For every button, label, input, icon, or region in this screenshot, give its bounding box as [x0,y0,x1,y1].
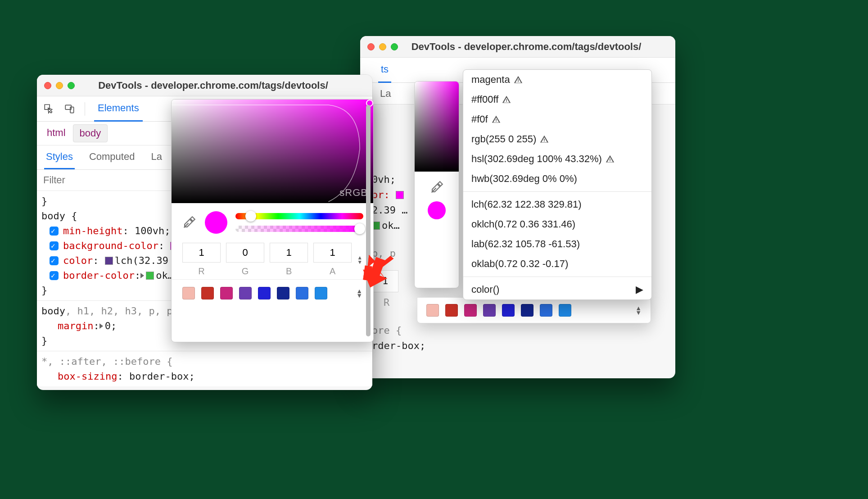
palette-chip[interactable] [258,287,271,299]
current-color-swatch [205,211,227,234]
channel-a-input[interactable] [313,243,352,263]
layout-tab-back[interactable]: La [378,82,393,105]
current-color-swatch [428,201,446,219]
picker-controls-row [172,203,373,238]
selector[interactable]: body [41,210,65,222]
color-space-label: sRGB [339,187,368,199]
css-value[interactable]: border-box [129,371,189,382]
titlebar-back: DevTools - developer.chrome.com/tags/dev… [360,36,675,58]
css-value[interactable]: lch(32.39 … [115,255,181,266]
palette-back: ▲▼ [417,297,651,323]
css-property[interactable]: box-sizing [58,371,117,382]
property-toggle-checkbox[interactable] [50,227,59,236]
menu-item-hex6[interactable]: #ff00ff [463,90,651,109]
css-value[interactable]: 100vh [135,225,164,236]
menu-item-oklab[interactable]: oklab(0.72 0.32 -0.17) [463,254,651,274]
code-frag: ore { [372,323,453,338]
menu-item-oklch[interactable]: oklch(0.72 0.36 331.46) [463,214,651,234]
selector[interactable]: *, ::after, ::before { [41,354,368,369]
menu-item-magenta[interactable]: magenta [463,70,651,90]
palette-chip[interactable] [201,287,214,299]
palette-chip[interactable] [426,304,439,317]
hue-slider[interactable] [235,213,363,219]
css-value[interactable]: 0 [105,320,111,331]
eyedropper-icon[interactable] [181,215,197,230]
annotation-arrow-icon [356,251,396,294]
palette-chip[interactable] [220,287,233,299]
palette-chip[interactable] [315,287,327,299]
channel-r-label: R [182,266,221,277]
window-title: DevTools - developer.chrome.com/tags/dev… [79,80,365,91]
palette-chip[interactable] [521,304,533,317]
code-frag: rder-box; [372,338,453,354]
expand-icon[interactable] [140,273,144,278]
css-property[interactable]: background-color [63,240,158,251]
palette-cycle-button[interactable]: ▲▼ [635,306,642,315]
spectrum[interactable]: sRGB [172,100,373,203]
spectrum-back[interactable] [415,82,459,172]
slider-thumb[interactable] [354,223,365,234]
expand-icon[interactable] [99,323,103,329]
channel-r-input[interactable] [182,243,221,263]
palette-chip[interactable] [502,304,515,317]
palette-chip[interactable] [239,287,252,299]
close-window-button[interactable] [367,43,375,50]
close-window-button[interactable] [44,82,51,89]
channel-g-input[interactable] [226,243,264,263]
selector-list[interactable]: , h1, h2, h3, p, p [65,305,172,317]
menu-item-lab[interactable]: lab(62.32 105.78 -61.53) [463,234,651,254]
palette-chip[interactable] [483,304,496,317]
palette-chip[interactable] [540,304,552,317]
window-title: DevTools - developer.chrome.com/tags/dev… [402,41,668,53]
color-swatch-icon[interactable] [146,272,154,280]
color-swatch-icon[interactable] [396,191,404,199]
minimize-window-button[interactable] [379,43,386,50]
slider-thumb[interactable] [245,211,256,222]
css-property[interactable]: color [63,255,93,266]
tab-computed[interactable]: Computed [87,145,137,169]
palette-chip[interactable] [445,304,458,317]
elements-tab[interactable]: Elements [94,96,143,122]
menu-item-colorfn[interactable]: color()▶ [463,280,651,299]
css-property[interactable]: margin [58,320,93,331]
tab-layout[interactable]: La [149,145,163,169]
eyedropper-icon[interactable] [429,180,444,195]
palette-chip[interactable] [182,287,195,299]
titlebar-front: DevTools - developer.chrome.com/tags/dev… [37,75,372,96]
zoom-window-button[interactable] [391,43,398,50]
palette-row: ▲▼ [172,279,373,308]
inspect-element-icon[interactable] [43,103,55,115]
css-property[interactable]: border-color [63,270,135,281]
warning-icon [514,75,523,84]
palette-chip[interactable] [464,304,477,317]
property-toggle-checkbox[interactable] [50,256,59,265]
breadcrumb-html[interactable]: html [41,124,72,142]
scrollbar[interactable] [366,105,371,336]
selector-main[interactable]: body [41,305,65,317]
minimize-window-button[interactable] [56,82,63,89]
alpha-slider[interactable] [235,226,363,232]
menu-item-hsl[interactable]: hsl(302.69deg 100% 43.32%) [463,149,651,169]
elements-tab-back[interactable]: ts [378,57,391,83]
palette-chip[interactable] [296,287,308,299]
channel-b-input[interactable] [270,243,308,263]
property-toggle-checkbox[interactable] [50,241,59,250]
zoom-window-button[interactable] [68,82,75,89]
menu-item-hwb[interactable]: hwb(302.69deg 0% 0%) [463,169,651,189]
menu-item-lch[interactable]: lch(62.32 122.38 329.81) [463,195,651,214]
code-frag: or: [372,189,390,200]
color-swatch-icon[interactable] [105,257,113,265]
palette-chip[interactable] [559,304,571,317]
warning-icon [540,135,549,144]
css-property[interactable]: min-height [63,225,122,236]
svg-rect-1 [70,107,74,113]
tab-styles[interactable]: Styles [44,145,75,169]
device-toggle-icon[interactable] [64,103,76,115]
property-toggle-checkbox[interactable] [50,271,59,280]
menu-item-rgb[interactable]: rgb(255 0 255) [463,129,651,149]
sliders [235,213,363,232]
palette-chip[interactable] [277,287,289,299]
breadcrumb-body[interactable]: body [73,124,108,142]
menu-item-hex3[interactable]: #f0f [463,109,651,129]
color-format-context-menu: magenta #ff00ff #f0f rgb(255 0 255) hsl(… [463,69,652,300]
